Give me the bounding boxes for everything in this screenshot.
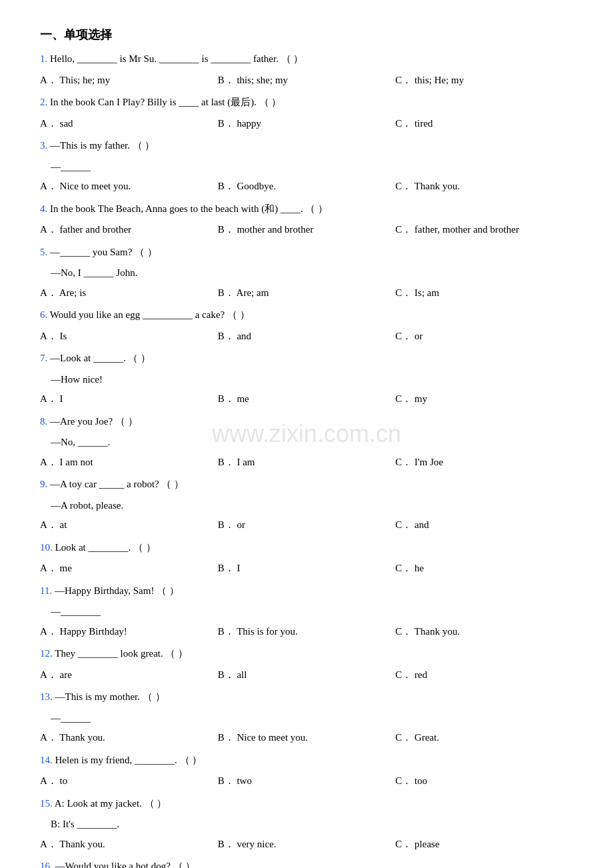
option-10-1: B． I	[218, 560, 396, 577]
options-row-7: A． IB． meC． my	[40, 391, 573, 408]
options-row-15: A． Thank you.B． very nice.C． please	[40, 836, 573, 853]
question-text-13: —This is my mother. （ ）	[55, 691, 165, 702]
question-num-15: 15.	[40, 798, 55, 809]
question-num-9: 9.	[40, 479, 50, 489]
options-row-14: A． toB． twoC． too	[40, 773, 573, 790]
question-text-5: —______ you Sam? （ ）	[50, 247, 157, 257]
option-8-2: C． I'm Joe	[395, 454, 573, 471]
question-sub-11: —________	[51, 603, 573, 621]
option-9-1: B． or	[218, 517, 396, 534]
question-16: 16. —Would you like a hot dog? （ ）	[40, 858, 573, 868]
options-row-12: A． areB． allC． red	[40, 667, 573, 684]
question-sub-9: —A robot, please.	[51, 497, 573, 515]
option-6-0: A． Is	[40, 328, 218, 345]
question-text-14: Helen is my friend, ________. （ ）	[55, 755, 203, 765]
options-row-9: A． atB． orC． and	[40, 517, 573, 534]
option-9-0: A． at	[40, 517, 218, 534]
option-2-0: A． sad	[40, 115, 218, 133]
option-14-2: C． too	[395, 773, 573, 790]
question-num-11: 11.	[40, 585, 55, 596]
question-num-3: 3.	[40, 140, 50, 151]
option-9-2: C． and	[395, 517, 573, 534]
question-sub-3: —______	[51, 159, 573, 176]
question-text-1: Hello, ________ is Mr Su. ________ is __…	[50, 53, 303, 64]
question-num-5: 5.	[40, 247, 50, 257]
question-sub-5: —No, I ______ John.	[51, 265, 573, 282]
option-7-1: B． me	[218, 391, 396, 408]
options-row-10: A． meB． IC． he	[40, 560, 573, 577]
question-6: 6. Would you like an egg __________ a ca…	[40, 307, 573, 324]
option-8-0: A． I am not	[40, 454, 218, 471]
option-1-2: C． this; He; my	[395, 72, 573, 89]
question-2: 2. In the book Can I Play? Billy is ____…	[40, 94, 573, 111]
question-text-4: In the book The Beach, Anna goes to the …	[50, 203, 328, 214]
option-4-1: B． mother and brother	[218, 221, 396, 239]
options-row-8: A． I am notB． I amC． I'm Joe	[40, 454, 573, 471]
question-text-2: In the book Can I Play? Billy is ____ at…	[50, 97, 281, 107]
question-11: 11. —Happy Birthday, Sam! （ ）	[40, 583, 573, 600]
question-sub-8: —No, ______.	[51, 434, 573, 451]
question-num-10: 10.	[40, 542, 55, 553]
questions-list: 1. Hello, ________ is Mr Su. ________ is…	[40, 51, 573, 868]
question-sub-15: B: It's ________.	[51, 816, 573, 833]
question-12: 12. They ________ look great. （ ）	[40, 645, 573, 663]
option-2-1: B． happy	[218, 115, 396, 133]
option-5-0: A． Are; is	[40, 285, 218, 302]
question-text-16: —Would you like a hot dog? （ ）	[55, 861, 196, 868]
option-2-2: C． tired	[395, 115, 573, 133]
option-15-0: A． Thank you.	[40, 836, 218, 853]
question-num-6: 6.	[40, 309, 50, 320]
question-num-1: 1.	[40, 53, 50, 64]
section-title: 一、单项选择	[40, 27, 573, 43]
option-7-2: C． my	[395, 391, 573, 408]
option-11-1: B． This is for you.	[218, 623, 396, 641]
question-3: 3. —This is my father. （ ）	[40, 137, 573, 155]
option-7-0: A． I	[40, 391, 218, 408]
question-text-15: A: Look at my jacket. （ ）	[55, 798, 167, 809]
option-5-2: C． Is; am	[395, 285, 573, 302]
question-7: 7. —Look at ______. （ ）	[40, 350, 573, 367]
question-text-12: They ________ look great. （ ）	[55, 648, 188, 659]
question-text-7: —Look at ______. （ ）	[50, 353, 151, 363]
option-4-2: C． father, mother and brother	[395, 221, 573, 239]
question-num-14: 14.	[40, 755, 55, 765]
question-15: 15. A: Look at my jacket. （ ）	[40, 795, 573, 813]
options-row-6: A． IsB． andC． or	[40, 328, 573, 345]
question-10: 10. Look at ________. （ ）	[40, 539, 573, 557]
question-num-7: 7.	[40, 353, 50, 363]
question-8: 8. —Are you Joe? （ ）	[40, 413, 573, 431]
option-11-2: C． Thank you.	[395, 623, 573, 641]
question-1: 1. Hello, ________ is Mr Su. ________ is…	[40, 51, 573, 68]
option-14-0: A． to	[40, 773, 218, 790]
question-num-4: 4.	[40, 203, 50, 214]
option-15-2: C． please	[395, 836, 573, 853]
options-row-11: A． Happy Birthday!B． This is for you.C． …	[40, 623, 573, 641]
option-5-1: B． Are; am	[218, 285, 396, 302]
option-13-0: A． Thank you.	[40, 729, 218, 747]
option-6-1: B． and	[218, 328, 396, 345]
options-row-3: A． Nice to meet you.B． Goodbye.C． Thank …	[40, 178, 573, 195]
option-11-0: A． Happy Birthday!	[40, 623, 218, 641]
options-row-1: A． This; he; myB． this; she; myC． this; …	[40, 72, 573, 89]
option-3-2: C． Thank you.	[395, 178, 573, 195]
question-num-8: 8.	[40, 416, 50, 427]
options-row-5: A． Are; isB． Are; amC． Is; am	[40, 285, 573, 302]
question-text-3: —This is my father. （ ）	[50, 140, 155, 151]
question-sub-13: —______	[51, 710, 573, 727]
options-row-2: A． sadB． happyC． tired	[40, 115, 573, 133]
option-3-1: B． Goodbye.	[218, 178, 396, 195]
option-15-1: B． very nice.	[218, 836, 396, 853]
option-10-2: C． he	[395, 560, 573, 577]
question-4: 4. In the book The Beach, Anna goes to t…	[40, 201, 573, 218]
option-1-1: B． this; she; my	[218, 72, 396, 89]
question-num-16: 16.	[40, 861, 55, 868]
option-14-1: B． two	[218, 773, 396, 790]
question-5: 5. —______ you Sam? （ ）	[40, 244, 573, 261]
option-12-2: C． red	[395, 667, 573, 684]
option-10-0: A． me	[40, 560, 218, 577]
question-num-12: 12.	[40, 648, 55, 659]
options-row-4: A． father and brotherB． mother and broth…	[40, 221, 573, 239]
option-1-0: A． This; he; my	[40, 72, 218, 89]
option-12-0: A． are	[40, 667, 218, 684]
question-num-2: 2.	[40, 97, 50, 107]
